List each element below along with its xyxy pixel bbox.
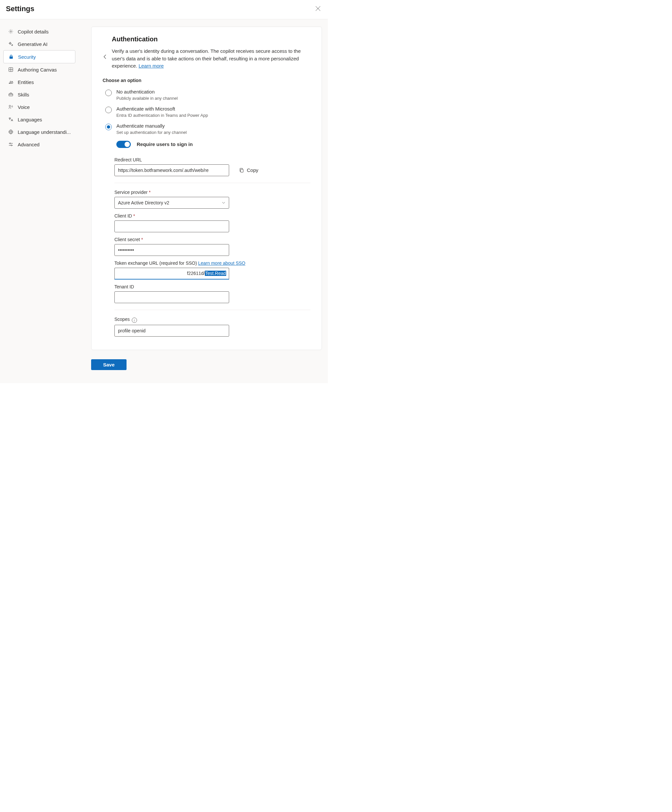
auth-option-group: No authentication Publicly available in … (103, 86, 310, 138)
sidebar-item-label: Languages (18, 117, 42, 122)
radio-icon (105, 124, 112, 130)
globe-icon (8, 129, 14, 135)
info-icon[interactable]: i (132, 317, 137, 323)
svg-point-8 (9, 105, 11, 107)
sidebar-item-languages[interactable]: Languages (3, 113, 75, 126)
sidebar-item-entities[interactable]: Entities (3, 76, 75, 88)
grid-icon (8, 67, 14, 73)
sidebar-item-label: Authoring Canvas (18, 67, 57, 73)
sidebar-item-authoring-canvas[interactable]: Authoring Canvas (3, 63, 75, 76)
service-provider-value: Azure Active Directory v2 (118, 200, 169, 205)
sidebar-item-copilot-details[interactable]: Copilot details (3, 25, 75, 38)
tenant-id-label: Tenant ID (114, 284, 310, 289)
settings-header: Settings (0, 0, 328, 19)
sidebar-item-label: Voice (18, 104, 30, 110)
choose-option-heading: Choose an option (103, 78, 310, 83)
radio-label: No authentication (116, 89, 178, 94)
svg-point-2 (10, 31, 12, 32)
back-button[interactable] (103, 36, 108, 78)
copy-icon (239, 168, 244, 173)
voice-icon (8, 104, 14, 110)
copy-redirect-button[interactable]: Copy (236, 165, 261, 175)
require-signin-toggle[interactable] (116, 141, 131, 148)
radio-label: Authenticate with Microsoft (116, 106, 208, 111)
client-id-input[interactable] (114, 220, 229, 232)
sidebar-item-label: Copilot details (18, 29, 49, 34)
option-authenticate-microsoft[interactable]: Authenticate with Microsoft Entra ID aut… (103, 103, 310, 120)
page-title: Settings (6, 5, 34, 13)
sidebar-item-label: Skills (18, 92, 29, 97)
svg-point-14 (10, 143, 10, 144)
close-button[interactable] (314, 5, 322, 12)
radio-subtext: Entra ID authentication in Teams and Pow… (116, 113, 208, 118)
sidebar-item-label: Generative AI (18, 41, 48, 47)
learn-more-link[interactable]: Learn more (139, 63, 164, 68)
close-icon (315, 6, 321, 11)
lock-icon (8, 54, 14, 60)
divider (114, 310, 310, 310)
sidebar-item-label: Advanced (18, 142, 40, 147)
tenant-id-input[interactable] (114, 291, 229, 303)
sidebar-item-label: Language understandi... (18, 129, 71, 135)
scopes-input[interactable] (114, 325, 229, 337)
token-exchange-value-selected: Test.Read (205, 271, 226, 276)
entities-icon (8, 79, 14, 85)
chevron-left-icon (103, 54, 108, 60)
panel-description: Verify a user's identity during a conver… (112, 48, 310, 70)
option-no-authentication[interactable]: No authentication Publicly available in … (103, 86, 310, 103)
gear-icon (8, 29, 14, 34)
service-provider-select[interactable]: Azure Active Directory v2 (114, 197, 229, 209)
scopes-label: Scopesi (114, 317, 310, 323)
sidebar-item-label: Entities (18, 79, 34, 85)
option-authenticate-manually[interactable]: Authenticate manually Set up authenticat… (103, 120, 310, 138)
client-id-label: Client ID * (114, 213, 310, 218)
sliders-icon (8, 142, 14, 147)
panel-title: Authentication (112, 36, 310, 43)
redirect-url-label: Redirect URL (114, 157, 310, 162)
sidebar-item-generative-ai[interactable]: Generative AI (3, 38, 75, 50)
sparkle-icon (8, 41, 14, 47)
translate-icon (8, 116, 14, 122)
chevron-down-icon (221, 201, 226, 205)
service-provider-label: Service provider * (114, 189, 310, 195)
client-secret-label: Client secret * (114, 237, 310, 242)
require-signin-label: Require users to sign in (137, 142, 193, 147)
token-exchange-label: Token exchange URL (required for SSO) Le… (114, 261, 310, 266)
toolbox-icon (8, 92, 14, 97)
client-secret-input[interactable] (114, 244, 229, 256)
radio-icon (105, 107, 112, 113)
save-button[interactable]: Save (91, 359, 126, 370)
radio-subtext: Publicly available in any channel (116, 96, 178, 101)
copy-label: Copy (247, 167, 258, 173)
sidebar-item-label: Security (18, 54, 36, 60)
token-exchange-value-prefix: f22611d/ (187, 271, 205, 276)
learn-more-sso-link[interactable]: Learn more about SSO (198, 261, 245, 266)
sidebar-item-language-understanding[interactable]: Language understandi... (3, 126, 75, 138)
token-exchange-input[interactable]: f22611d/Test.Read (114, 268, 229, 280)
radio-icon (105, 90, 112, 96)
redirect-url-input[interactable] (114, 164, 229, 176)
sidebar-item-skills[interactable]: Skills (3, 88, 75, 101)
sidebar-item-voice[interactable]: Voice (3, 101, 75, 113)
radio-subtext: Set up authentication for any channel (116, 130, 187, 135)
svg-rect-16 (241, 169, 243, 172)
settings-sidebar: Copilot details Generative AI Security A… (0, 19, 79, 157)
sidebar-item-advanced[interactable]: Advanced (3, 138, 75, 150)
radio-label: Authenticate manually (116, 123, 187, 129)
svg-point-15 (11, 145, 12, 146)
sidebar-item-security[interactable]: Security (3, 50, 75, 63)
authentication-panel: Authentication Verify a user's identity … (91, 27, 322, 350)
